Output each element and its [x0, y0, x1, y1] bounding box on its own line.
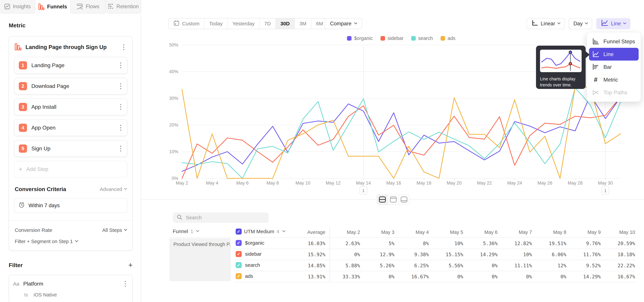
svg-text:10%: 10%: [169, 149, 178, 154]
date-column-header[interactable]: May 4: [395, 230, 429, 235]
menu-item-metric[interactable]: #Metric: [589, 73, 639, 86]
funnel-metric-icon: [15, 43, 22, 51]
date-column-header[interactable]: May 7: [498, 230, 532, 235]
filter-property[interactable]: Platform: [23, 281, 118, 287]
breakdown-column-header[interactable]: ✓UTM Medium4: [236, 228, 285, 234]
funnel-step-row[interactable]: 4App Open: [14, 119, 127, 136]
step-label: Sign Up: [31, 146, 113, 152]
table-row-name[interactable]: ✓$organic: [236, 240, 264, 246]
breakdown-checkbox[interactable]: ✓: [236, 228, 242, 234]
svg-text:May 24: May 24: [507, 180, 522, 186]
table-cell-value: 0%: [495, 274, 532, 280]
date-range-control: CustomTodayYesterday7D30D3M6M12M: [168, 18, 348, 29]
date-column-header[interactable]: May 3: [361, 230, 394, 235]
metric-header[interactable]: Landing Page through Sign Up: [14, 42, 127, 57]
range-label: 3M: [299, 21, 306, 26]
legend-item[interactable]: sidebar: [380, 36, 404, 41]
query-sidebar: Metric Landing Page through Sign Up 1Lan…: [0, 14, 141, 302]
series-checkbox[interactable]: ✓: [236, 273, 242, 279]
metric-kebab-icon[interactable]: [120, 43, 126, 51]
date-column-header[interactable]: May 2: [326, 230, 360, 235]
average-value: 14.85%: [288, 263, 325, 268]
layout-top-button[interactable]: [388, 194, 398, 204]
filter-segment-select[interactable]: Filter + Segment on Step 1: [14, 239, 127, 244]
menu-item-line[interactable]: Line: [589, 48, 639, 60]
range-7d[interactable]: 7D: [259, 18, 276, 29]
funnel-column-header[interactable]: Funnel1: [173, 228, 199, 234]
svg-text:May 6: May 6: [236, 180, 249, 186]
average-value: 16.03%: [288, 240, 325, 246]
menu-item-top-paths: Top Paths: [589, 86, 639, 99]
menu-item-bar[interactable]: Bar: [589, 60, 639, 73]
average-value: 15.92%: [288, 252, 325, 257]
filter-card: Aa Platform Is iOS Native: [9, 275, 133, 302]
date-column-header[interactable]: May 10: [602, 230, 635, 235]
filter-kebab-icon[interactable]: [122, 280, 128, 288]
conversion-window[interactable]: Within 7 days: [14, 198, 127, 213]
add-filter-button[interactable]: +: [128, 262, 133, 269]
funnel-group-cell[interactable]: Product Viewed through P...: [170, 238, 231, 281]
funnel-step-row[interactable]: 1Landing Page: [14, 57, 127, 74]
date-column-header[interactable]: May 8: [533, 230, 566, 235]
range-30d[interactable]: 30D: [276, 18, 294, 29]
range-yesterday[interactable]: Yesterday: [227, 18, 259, 29]
funnel-step-row[interactable]: 2Download Page: [14, 78, 127, 94]
tab-flows[interactable]: Flows: [70, 0, 106, 14]
filter-operator[interactable]: Is: [24, 292, 28, 298]
date-column-header[interactable]: May 9: [567, 230, 601, 235]
compare-button[interactable]: Compare: [325, 18, 362, 29]
chevron-down-icon: [282, 229, 285, 232]
tab-funnels[interactable]: Funnels: [35, 0, 70, 14]
table-row-name[interactable]: ✓search: [236, 262, 260, 268]
menu-item-label: Bar: [604, 64, 612, 70]
legend-swatch: [411, 36, 416, 40]
range-custom[interactable]: Custom: [169, 18, 204, 29]
menu-item-funnel-steps[interactable]: Funnel Steps: [589, 35, 639, 48]
date-column-header[interactable]: May 6: [464, 230, 498, 235]
interval-select[interactable]: Day: [569, 18, 592, 29]
average-column-header[interactable]: Average: [292, 230, 325, 235]
flows-icon: [77, 4, 83, 10]
funnel-step-row[interactable]: 3App Install: [14, 98, 127, 115]
filter-value[interactable]: iOS Native: [34, 292, 57, 298]
insights-icon: [4, 4, 10, 10]
layout-split-button[interactable]: [377, 194, 388, 204]
legend-item[interactable]: ads: [440, 36, 456, 41]
series-checkbox[interactable]: ✓: [236, 251, 242, 257]
step-kebab-icon[interactable]: [118, 124, 124, 132]
line-icon: [592, 50, 600, 58]
clock-icon: [18, 202, 25, 210]
chart-legend: $organicsidebarsearchads: [182, 36, 620, 41]
series-checkbox[interactable]: ✓: [236, 262, 242, 268]
table-row-name[interactable]: ✓sidebar: [236, 251, 262, 257]
criteria-mode-select[interactable]: Advanced: [100, 186, 126, 192]
range-3m[interactable]: 3M: [294, 18, 311, 29]
tab-insights[interactable]: Insights: [0, 0, 35, 14]
funnel-step-row[interactable]: 5Sign Up: [14, 140, 127, 157]
average-value: 13.91%: [288, 274, 325, 280]
search-input[interactable]: [186, 215, 265, 220]
breakdown-table: Funnel1✓UTM Medium4AverageMay 2May 3May …: [170, 227, 644, 285]
bar-icon: [592, 63, 600, 71]
step-kebab-icon[interactable]: [118, 103, 124, 111]
table-row-name[interactable]: ✓ads: [236, 273, 253, 279]
tab-retention[interactable]: Retention: [106, 0, 141, 14]
add-step-button[interactable]: + Add Step: [14, 161, 127, 177]
step-kebab-icon[interactable]: [118, 82, 124, 90]
legend-item[interactable]: search: [411, 36, 433, 41]
table-cell-value: 5.88%: [323, 263, 360, 268]
step-kebab-icon[interactable]: [118, 62, 124, 69]
scale-select[interactable]: Linear: [526, 18, 565, 29]
svg-text:1: 1: [362, 188, 364, 193]
date-column-header[interactable]: May 5: [430, 230, 463, 235]
layout-bottom-button[interactable]: [398, 194, 409, 204]
step-kebab-icon[interactable]: [118, 144, 124, 152]
series-checkbox[interactable]: ✓: [236, 240, 242, 246]
range-today[interactable]: Today: [204, 18, 227, 29]
table-cell-value: 18.18%: [598, 252, 635, 257]
chart-type-select[interactable]: Line: [596, 18, 630, 29]
legend-swatch: [440, 36, 445, 40]
conversion-rate-select[interactable]: All Steps: [102, 227, 126, 233]
line-chart-icon: [601, 20, 608, 28]
legend-item[interactable]: $organic: [347, 36, 373, 41]
